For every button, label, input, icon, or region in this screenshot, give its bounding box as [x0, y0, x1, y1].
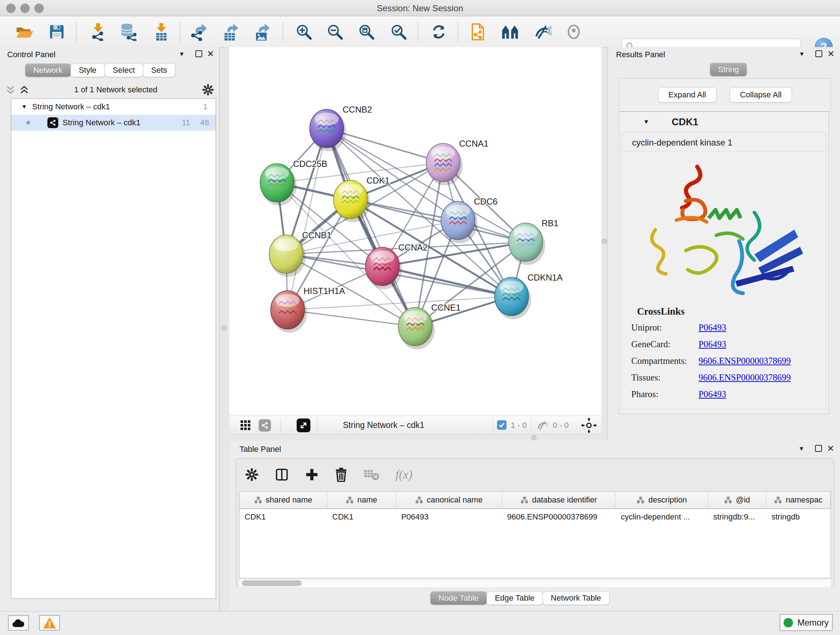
column-header-label: @id	[736, 495, 750, 505]
delete-column-icon[interactable]	[335, 467, 347, 482]
network-node-CCNA2[interactable]: CCNA2	[365, 242, 428, 289]
tab-network-table[interactable]: Network Table	[543, 591, 609, 605]
network-row[interactable]: String Network – cdk1 11 48	[11, 115, 216, 131]
network-node-CDKN1A[interactable]: CDKN1A	[494, 272, 562, 319]
column-header-namespac[interactable]: namespac	[766, 492, 831, 508]
hidden-node-edge-counts: 0 - 0	[553, 421, 569, 430]
tab-sets[interactable]: Sets	[143, 63, 175, 77]
crosslink-link-uniprot[interactable]: P06493	[699, 323, 726, 333]
table-cell[interactable]: CDK1	[327, 509, 396, 525]
collapse-all-button[interactable]: Collapse All	[729, 87, 792, 103]
maximize-panel-icon[interactable]	[815, 445, 822, 452]
network-node-CCNB1[interactable]: CCNB1	[269, 230, 332, 277]
zoom-out-button[interactable]	[325, 22, 345, 42]
collapse-all-icon[interactable]	[5, 84, 16, 95]
table-hscrollbar[interactable]	[239, 579, 831, 587]
tab-edge-table[interactable]: Edge Table	[486, 591, 543, 605]
network-node-CDC6[interactable]: CDC6	[441, 196, 497, 243]
column-header-database-identifier[interactable]: database identifier	[502, 492, 616, 508]
table-options-gear-icon[interactable]	[245, 468, 259, 481]
node-result-header[interactable]: ▼ CDK1	[619, 112, 829, 132]
crosslink-link-pharos[interactable]: P06493	[699, 389, 726, 399]
tab-network[interactable]: Network	[25, 63, 71, 77]
tree-expander-icon[interactable]: ▼	[21, 103, 27, 110]
table-cell[interactable]: cyclin-dependent ...	[616, 509, 708, 525]
network-tree: ▼ String Network – cdk1 1 String Network…	[11, 98, 216, 599]
network-node-CCNA1[interactable]: CCNA1	[426, 139, 488, 185]
hide-panels-button[interactable]	[532, 22, 552, 42]
crosslink-link-tissues[interactable]: 9606.ENSP00000378699	[699, 372, 791, 383]
column-header-description[interactable]: description	[616, 492, 708, 508]
export-image-button[interactable]	[252, 22, 272, 42]
column-header-name[interactable]: name	[327, 492, 396, 508]
network-node-RB1[interactable]: RB1	[508, 218, 559, 265]
table-cell[interactable]: stringdb:9...	[708, 509, 767, 525]
crosslink-link-genecard[interactable]: P06493	[699, 339, 726, 349]
import-network-button[interactable]	[88, 22, 108, 42]
export-network-button[interactable]	[189, 22, 208, 42]
add-column-icon[interactable]	[305, 468, 319, 481]
network-canvas[interactable]: CCNB2CCNA1CDC25BCDK1CDC6RB1CCNB1CCNA2CDK…	[229, 47, 601, 416]
warnings-button[interactable]	[39, 615, 60, 631]
export-table-button[interactable]	[221, 22, 240, 42]
open-session-button[interactable]	[15, 22, 34, 42]
section-expander-icon[interactable]: ▼	[643, 119, 649, 126]
float-panel-icon[interactable]: ▼	[798, 445, 804, 451]
import-table-icon	[153, 23, 170, 41]
main-toolbar: ?	[0, 16, 840, 48]
expand-all-button[interactable]: Expand All	[658, 87, 717, 103]
zoom-fit-button[interactable]	[357, 22, 376, 42]
save-session-button[interactable]	[47, 22, 66, 42]
document-share-button[interactable]	[468, 22, 488, 42]
show-eye-button[interactable]	[564, 22, 584, 42]
close-panel-icon[interactable]: ✕	[827, 444, 834, 453]
network-edge-CCNB2-HIST1H1A[interactable]	[287, 128, 327, 310]
refresh-button[interactable]	[429, 22, 448, 42]
splitter-grip[interactable]	[602, 239, 607, 244]
show-columns-icon[interactable]	[275, 467, 289, 482]
column-header-canonical-name[interactable]: canonical name	[396, 492, 502, 508]
expand-all-icon[interactable]	[19, 84, 30, 95]
binoculars-button[interactable]	[501, 22, 520, 42]
close-panel-icon[interactable]: ✕	[207, 50, 214, 58]
table-cell[interactable]: P06493	[396, 509, 502, 525]
cloud-icon	[12, 618, 25, 628]
network-edge-CCNB2-CCNE1[interactable]	[327, 128, 415, 326]
cloud-button[interactable]	[8, 615, 29, 631]
grid-view-icon[interactable]	[240, 420, 251, 431]
network-collection-row[interactable]: ▼ String Network – cdk1 1	[11, 99, 216, 115]
tab-select[interactable]: Select	[104, 63, 143, 77]
network-node-CCNE1[interactable]: CCNE1	[398, 302, 461, 349]
zoom-selected-button[interactable]	[389, 22, 409, 42]
network-node-CCNB2[interactable]: CCNB2	[309, 105, 372, 151]
scrollbar-thumb[interactable]	[242, 580, 302, 586]
selected-checkbox[interactable]	[497, 420, 507, 430]
splitter-grip[interactable]	[222, 325, 227, 331]
table-row[interactable]: CDK1CDK1P064939606.ENSP00000378699cyclin…	[240, 509, 831, 525]
network-node-CDC25B[interactable]: CDC25B	[260, 159, 327, 206]
crosslink-link-compartments[interactable]: 9606.ENSP00000378699	[699, 356, 791, 366]
import-table-button[interactable]	[152, 22, 171, 42]
table-cell[interactable]: stringdb	[766, 509, 831, 525]
maximize-panel-icon[interactable]	[195, 50, 202, 57]
network-node-HIST1H1A[interactable]: HIST1H1A	[271, 286, 345, 333]
tab-style[interactable]: Style	[71, 63, 105, 77]
tab-node-table[interactable]: Node Table	[430, 591, 487, 605]
float-panel-icon[interactable]: ▼	[179, 51, 185, 57]
tab-string[interactable]: String	[710, 63, 747, 76]
memory-button[interactable]: Memory	[780, 614, 833, 631]
splitter-grip[interactable]	[531, 435, 537, 440]
table-cell[interactable]: 9606.ENSP00000378699	[502, 509, 616, 525]
zoom-in-button[interactable]	[294, 22, 314, 42]
import-network-from-database-button[interactable]	[118, 22, 138, 42]
network-options-gear-icon[interactable]	[202, 84, 214, 96]
open-in-new-window-icon[interactable]	[297, 418, 310, 432]
close-panel-icon[interactable]: ✕	[827, 50, 835, 58]
column-header-shared-name[interactable]: shared name	[240, 492, 327, 508]
string-view-icon[interactable]	[259, 419, 271, 432]
birds-eye-crosshair-icon[interactable]	[581, 417, 597, 433]
column-header--id[interactable]: @id	[708, 492, 767, 508]
maximize-panel-icon[interactable]	[815, 50, 822, 57]
table-cell[interactable]: CDK1	[240, 509, 327, 525]
float-panel-icon[interactable]: ▼	[799, 51, 805, 57]
